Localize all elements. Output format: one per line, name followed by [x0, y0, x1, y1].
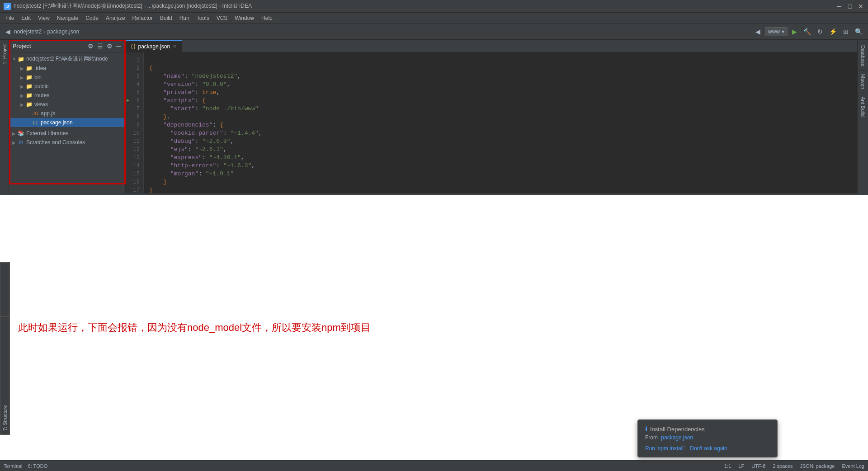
idea-arrow-icon: ▶ — [19, 66, 25, 71]
app-icon: IJ — [4, 3, 11, 10]
panel-gear-button[interactable]: ⚙ — [106, 42, 113, 51]
menu-tools[interactable]: Tools — [193, 14, 213, 22]
layout-button[interactable]: ⊞ — [841, 27, 850, 36]
build-button[interactable]: 🔨 — [802, 27, 813, 36]
menu-run[interactable]: Run — [176, 14, 193, 22]
breadcrumb-file[interactable]: package.json — [47, 28, 79, 35]
line-2: 2 — [126, 64, 143, 72]
menu-vcs[interactable]: VCS — [213, 14, 231, 22]
idea-folder-icon: 📁 — [25, 65, 33, 72]
dont-ask-again-link[interactable]: Don't ask again — [690, 445, 727, 452]
coverage-button[interactable]: ⚡ — [827, 27, 839, 36]
sync-button[interactable]: ↻ — [816, 27, 825, 36]
file-type-status[interactable]: JSON: package — [800, 463, 835, 469]
status-left: Terminal 6: TODO — [4, 463, 47, 469]
tree-item-public[interactable]: ▶ 📁 public — [9, 82, 125, 91]
tree-item-views[interactable]: ▶ 📁 views — [9, 100, 125, 109]
menu-file[interactable]: File — [2, 14, 18, 22]
tree-item-extlibs-label: External Libraries — [26, 130, 68, 137]
tree-item-packagejson[interactable]: { } package.json — [9, 118, 125, 127]
window-title: nodejstest2 [F:\毕业设计网站\nodejs项目\nodejste… — [14, 2, 252, 10]
line-13: 13 — [126, 154, 143, 162]
tree-item-idea[interactable]: ▶ 📁 .idea — [9, 64, 125, 73]
menu-help[interactable]: Help — [258, 14, 276, 22]
tree-item-appjs[interactable]: JS app.js — [9, 109, 125, 118]
right-sidebar-tabs: Database Maven Ant Build — [857, 40, 868, 193]
menu-build[interactable]: Build — [156, 14, 176, 22]
todo-button[interactable]: 6: TODO — [28, 463, 48, 469]
line-4: 4 — [126, 80, 143, 89]
views-arrow-icon: ▶ — [19, 102, 25, 107]
code-content[interactable]: { "name": "nodejstest2", "version": "0.0… — [144, 52, 857, 193]
run-config-dropdown[interactable]: www ▾ — [765, 27, 788, 36]
popup-actions: Run 'npm install' Don't ask again — [645, 445, 770, 452]
views-folder-icon: 📁 — [25, 101, 33, 108]
tab-close-button[interactable]: ✕ — [173, 44, 176, 49]
tree-item-bin[interactable]: ▶ 📁 bin — [9, 73, 125, 82]
line-14: 14 — [126, 162, 143, 170]
editor-area: { } package.json ✕ 1 2 3 4 5 6 7 — [126, 40, 857, 193]
panel-expand-button[interactable]: ☰ — [96, 42, 104, 51]
panel-hide-button[interactable]: ─ — [115, 42, 122, 51]
line-separator[interactable]: LF — [738, 463, 744, 469]
menu-code[interactable]: Code — [82, 14, 102, 22]
tree-item-packagejson-label: package.json — [41, 119, 73, 126]
structure-tab[interactable]: 7: Structure — [0, 316, 10, 435]
packagejson-file-icon: { } — [32, 119, 39, 126]
tree-item-routes[interactable]: ▶ 📁 routes — [9, 91, 125, 100]
editor-tab-packagejson[interactable]: { } package.json ✕ — [126, 40, 182, 52]
close-button[interactable]: ✕ — [857, 3, 864, 10]
minimize-button[interactable]: ─ — [835, 3, 843, 10]
bin-folder-icon: 📁 — [25, 74, 33, 81]
menu-refactor[interactable]: Refactor — [129, 14, 156, 22]
window-controls[interactable]: ─ □ ✕ — [835, 3, 864, 10]
nav-bar: ◀ nodejstest2 › package.json ◀ www ▾ ▶ 🔨… — [0, 24, 868, 40]
cursor-position[interactable]: 1:1 — [724, 463, 731, 469]
terminal-button[interactable]: Terminal — [4, 463, 23, 469]
encoding-status[interactable]: UTF-8 — [751, 463, 765, 469]
status-right: 1:1 LF UTF-8 2 spaces JSON: package Even… — [724, 463, 864, 469]
menu-analyze[interactable]: Analyze — [102, 14, 129, 22]
code-editor[interactable]: 1 2 3 4 5 6 7 8 9 10 11 12 13 14 — [126, 52, 857, 193]
tree-item-external-libs[interactable]: ▶ 📚 External Libraries — [9, 129, 125, 138]
tree-root[interactable]: ▾ 📁 nodejstest2 F:\毕业设计网站\node — [9, 54, 125, 64]
public-folder-icon: 📁 — [25, 83, 33, 90]
breadcrumb-project[interactable]: nodejstest2 — [14, 28, 42, 35]
status-bar: Terminal 6: TODO 1:1 LF UTF-8 2 spaces J… — [0, 460, 868, 471]
run-button[interactable]: ▶ — [790, 27, 799, 36]
back-button[interactable]: ◀ — [4, 27, 12, 36]
project-tab-button[interactable]: 1: Project — [1, 42, 8, 66]
right-tab-database[interactable]: Database — [859, 42, 867, 71]
line-numbers: 1 2 3 4 5 6 7 8 9 10 11 12 13 14 — [126, 52, 144, 193]
indent-status[interactable]: 2 spaces — [773, 463, 793, 469]
search-everywhere-button[interactable]: 🔍 — [853, 27, 864, 36]
run-npm-install-link[interactable]: Run 'npm install' — [645, 445, 684, 452]
menu-window[interactable]: Window — [231, 14, 258, 22]
public-arrow-icon: ▶ — [19, 84, 25, 89]
line-5: 5 — [126, 89, 143, 97]
event-log-button[interactable]: Event Log — [842, 463, 864, 469]
line-15: 15 — [126, 170, 143, 178]
line-7: 7 — [126, 105, 143, 113]
right-tab-ant-build[interactable]: Ant Build — [859, 93, 867, 120]
tree-item-scratches[interactable]: ▶ ⊙ Scratches and Consoles — [9, 138, 125, 147]
tree-item-appjs-label: app.js — [41, 110, 55, 117]
panel-settings-button[interactable]: ⚙ — [87, 42, 94, 51]
left-tabs: 1: Project — [0, 40, 9, 193]
project-tree: ▾ 📁 nodejstest2 F:\毕业设计网站\node ▶ 📁 .idea… — [9, 52, 125, 193]
popup-from-file[interactable]: package.json — [661, 434, 693, 441]
menu-bar: File Edit View Navigate Code Analyze Ref… — [0, 13, 868, 24]
menu-view[interactable]: View — [34, 14, 53, 22]
line-6: 6 — [126, 97, 143, 105]
tab-icon: { } — [131, 44, 135, 49]
line-9: 9 — [126, 121, 143, 129]
line-3: 3 — [126, 72, 143, 80]
root-arrow-icon: ▾ — [11, 57, 17, 61]
tree-item-routes-label: routes — [34, 92, 49, 99]
breadcrumb: nodejstest2 › package.json — [14, 28, 79, 35]
maximize-button[interactable]: □ — [846, 3, 854, 10]
nav-back-button[interactable]: ◀ — [754, 27, 762, 36]
right-tab-maven[interactable]: Maven — [859, 71, 867, 93]
menu-edit[interactable]: Edit — [18, 14, 34, 22]
menu-navigate[interactable]: Navigate — [53, 14, 82, 22]
